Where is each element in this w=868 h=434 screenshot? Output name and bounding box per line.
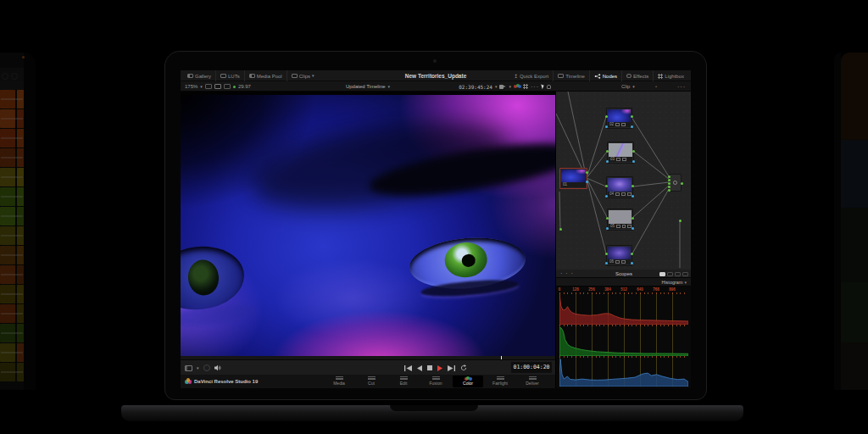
tab-deliver[interactable]: Deliver	[517, 376, 548, 387]
toolbar-left-group: Gallery LUTs Media Pool Clips▾	[183, 70, 319, 81]
node-03[interactable]: 03	[607, 142, 634, 164]
effects-button[interactable]: Effects	[622, 70, 654, 81]
scope-mode-select[interactable]: Histogram▾	[661, 278, 687, 287]
split-screen-icon[interactable]	[214, 84, 221, 89]
luts-button[interactable]: LUTs	[216, 70, 245, 81]
top-toolbar: Gallery LUTs Media Pool Clips▾ New Terri…	[181, 70, 691, 81]
key-output-port[interactable]	[632, 160, 635, 163]
tab-fusion[interactable]: Fusion	[420, 376, 451, 387]
rgb-input-port[interactable]	[606, 217, 609, 220]
dual-scope-icon[interactable]	[667, 272, 673, 276]
rgb-input-port[interactable]	[605, 115, 608, 118]
timeline-button[interactable]: Timeline	[554, 70, 589, 81]
node-tool-icon	[621, 192, 626, 197]
stray-port[interactable]	[559, 228, 562, 231]
chevron-down-icon: ▾	[495, 85, 498, 89]
key-input-port[interactable]	[606, 227, 609, 230]
tab-fairlight[interactable]: Fairlight	[485, 376, 515, 387]
play-icon[interactable]	[437, 365, 442, 371]
edit-icon	[400, 376, 408, 381]
davinci-logo	[185, 378, 192, 385]
rgb-input-port[interactable]	[605, 185, 608, 187]
loop-icon[interactable]	[460, 364, 467, 371]
color-viewer[interactable]	[181, 92, 555, 359]
rgb-output-port[interactable]	[681, 182, 683, 185]
single-scope-icon[interactable]	[659, 272, 665, 276]
node-tool-icon	[615, 260, 620, 264]
tab-media[interactable]: Media	[324, 376, 354, 387]
media-pool-button[interactable]: Media Pool	[245, 70, 287, 81]
scopes-panel: · · · Scopes Histogram▾	[556, 270, 691, 388]
node-graph[interactable]: 01 02 03	[556, 92, 691, 270]
node-panel-menu[interactable]: ···	[677, 81, 686, 92]
nodes-button[interactable]: Nodes	[590, 70, 622, 81]
key-input-port[interactable]	[605, 125, 608, 128]
rgb-input-port[interactable]	[606, 150, 609, 153]
quad-scope-icon[interactable]	[675, 272, 681, 276]
media-icon	[336, 376, 343, 381]
node-02[interactable]: 02	[606, 108, 632, 129]
scene: Gallery LUTs Media Pool Clips▾ New Terri…	[0, 0, 868, 434]
go-to-start-icon[interactable]	[404, 365, 412, 371]
node-06[interactable]: 06	[606, 245, 632, 266]
full-scope-icon[interactable]	[682, 272, 688, 276]
wipe-mode-icon[interactable]	[205, 84, 212, 89]
rgb-output-port[interactable]	[631, 115, 633, 118]
step-back-icon[interactable]	[417, 365, 422, 371]
rgb-output-port[interactable]	[632, 185, 634, 187]
rgb-output-port[interactable]	[632, 217, 634, 220]
scopes-title: Scopes	[615, 270, 632, 278]
key-input-port[interactable]	[605, 195, 608, 198]
record-timecode: 01:00:04:20	[511, 362, 552, 373]
cut-icon	[368, 376, 376, 381]
key-input-port[interactable]	[605, 262, 608, 264]
stop-icon[interactable]	[427, 365, 432, 370]
go-to-end-icon[interactable]	[448, 365, 455, 371]
key-output-port[interactable]	[632, 195, 634, 198]
rgb-input-port[interactable]	[668, 186, 670, 188]
tab-color[interactable]: Color	[453, 376, 483, 387]
source-timecode[interactable]: 02:39:45:24	[459, 84, 492, 90]
camera-icon[interactable]	[499, 85, 506, 89]
node-mode-select[interactable]: Clip▾	[621, 81, 635, 92]
node-05[interactable]: 05	[607, 209, 633, 231]
key-output-port[interactable]	[631, 262, 633, 264]
quick-export-button[interactable]: ↥Quick Export	[509, 70, 554, 81]
speaker-icon[interactable]	[214, 364, 221, 371]
histogram-blue-channel	[556, 356, 691, 387]
stray-port[interactable]	[679, 220, 682, 222]
key-output-port[interactable]	[632, 227, 634, 230]
clips-button[interactable]: Clips▾	[287, 70, 319, 81]
rgb-input-port[interactable]	[668, 179, 670, 181]
rgb-input-port[interactable]	[605, 253, 608, 255]
color-wheels-icon[interactable]	[514, 84, 520, 89]
key-input-port[interactable]	[606, 160, 609, 163]
right-eye	[407, 234, 527, 293]
tick-label: 128	[570, 287, 581, 292]
rgb-input-port[interactable]	[668, 175, 670, 178]
viewer-zoom-select[interactable]: 175%	[185, 84, 198, 89]
clip-display-icon[interactable]	[185, 365, 192, 371]
tab-edit[interactable]: Edit	[388, 376, 419, 387]
tab-cut[interactable]: Cut	[356, 376, 387, 387]
hand-tool-icon[interactable]	[547, 85, 551, 89]
highlight-icon[interactable]	[224, 84, 231, 89]
cursor-icon[interactable]	[541, 84, 544, 90]
rgb-output-port[interactable]	[632, 150, 635, 153]
rgb-output-port[interactable]	[631, 253, 633, 255]
timeline-selector[interactable]: Updated Timeline▾	[346, 81, 390, 92]
gallery-button[interactable]: Gallery	[183, 70, 216, 81]
key-output-port[interactable]	[586, 181, 588, 183]
panel-options-icon[interactable]: · · ·	[560, 270, 574, 277]
node-output[interactable]	[669, 174, 682, 192]
unmix-icon[interactable]	[203, 364, 210, 371]
rgb-input-port[interactable]	[668, 182, 670, 185]
key-output-port[interactable]	[631, 125, 633, 128]
ellipsis-icon[interactable]: ···	[531, 84, 539, 90]
rgb-input-port[interactable]	[668, 189, 670, 192]
node-01-source[interactable]: 01	[559, 168, 587, 189]
node-04[interactable]: 04	[606, 176, 633, 198]
rgb-output-port[interactable]	[586, 171, 588, 174]
grid-icon[interactable]	[523, 84, 528, 89]
lightbox-button[interactable]: Lightbox	[654, 70, 688, 81]
